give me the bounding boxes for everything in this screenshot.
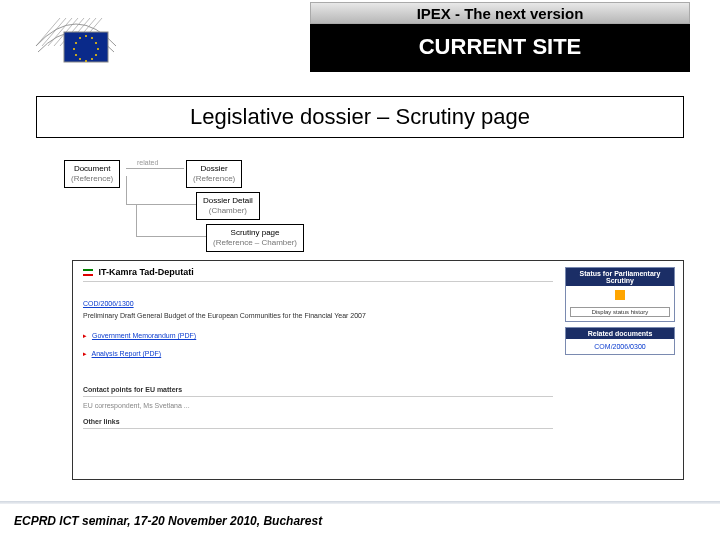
- connector: [126, 168, 184, 169]
- status-icon: [615, 290, 625, 300]
- crumb-dossier-detail: Dossier Detail (Chamber): [196, 192, 260, 220]
- crumb-sub: (Reference – Chamber): [213, 238, 297, 248]
- footer-divider: [0, 501, 720, 504]
- svg-point-2: [91, 37, 93, 39]
- chamber-name: IT-Kamra Tad-Deputati: [99, 267, 194, 277]
- svg-point-9: [75, 54, 77, 56]
- reference-description: Preliminary Draft General Budget of the …: [83, 311, 366, 320]
- svg-point-5: [95, 54, 97, 56]
- svg-point-3: [95, 42, 97, 44]
- divider: [83, 396, 553, 397]
- crumb-scrutiny-page: Scrutiny page (Reference – Chamber): [206, 224, 304, 252]
- pdf-link[interactable]: Analysis Report (PDF): [92, 350, 162, 357]
- svg-point-8: [79, 58, 81, 60]
- related-doc-link[interactable]: COM/2006/0300: [566, 339, 674, 354]
- crumb-dossier: Dossier (Reference): [186, 160, 242, 188]
- crumb-sub: (Chamber): [203, 206, 253, 216]
- crumb-label: Scrutiny page: [213, 228, 297, 238]
- svg-point-7: [85, 60, 87, 62]
- crumb-label: Dossier: [193, 164, 235, 174]
- ep-logo: [26, 8, 126, 70]
- pdf-icon: ▸: [83, 332, 87, 339]
- svg-point-12: [79, 37, 81, 39]
- pdf-icon: ▸: [83, 350, 87, 357]
- connector: [136, 236, 206, 237]
- footer-text: ECPRD ICT seminar, 17-20 November 2010, …: [14, 514, 322, 528]
- slide-footer: ECPRD ICT seminar, 17-20 November 2010, …: [0, 498, 720, 540]
- contacts-heading: Contact points for EU matters: [83, 385, 182, 394]
- reference-link[interactable]: COD/2006/1300: [83, 300, 134, 307]
- connector: [126, 176, 127, 204]
- connector: [136, 204, 137, 236]
- status-history-button[interactable]: Display status history: [570, 307, 670, 317]
- svg-point-4: [97, 48, 99, 50]
- slide-header: IPEX - The next version CURRENT SITE: [0, 0, 720, 78]
- doc-title: IT-Kamra Tad-Deputati: [83, 267, 194, 277]
- crumb-label: Dossier Detail: [203, 196, 253, 206]
- header-gray-banner: IPEX - The next version: [310, 2, 690, 24]
- flag-icon: [83, 269, 93, 276]
- svg-point-6: [91, 58, 93, 60]
- related-panel: Related documents COM/2006/0300: [565, 327, 675, 355]
- crumb-sub: (Reference): [193, 174, 235, 184]
- svg-point-11: [75, 42, 77, 44]
- status-panel-heading: Status for Parliamentary Scrutiny: [566, 268, 674, 286]
- svg-point-10: [73, 48, 75, 50]
- header-black-banner: CURRENT SITE: [310, 24, 690, 72]
- pdf-link[interactable]: Government Memorandum (PDF): [92, 332, 196, 339]
- divider: [83, 281, 553, 282]
- crumb-label: Document: [71, 164, 113, 174]
- related-panel-heading: Related documents: [566, 328, 674, 339]
- other-links-heading: Other links: [83, 417, 120, 426]
- divider: [83, 428, 553, 429]
- contacts-value: EU correspondent, Ms Svetlana ...: [83, 401, 190, 410]
- crumb-document: Document (Reference): [64, 160, 120, 188]
- svg-point-1: [85, 35, 87, 37]
- page-title: Legislative dossier – Scrutiny page: [36, 96, 684, 138]
- status-panel: Status for Parliamentary Scrutiny Displa…: [565, 267, 675, 322]
- embedded-screenshot: IT-Kamra Tad-Deputati COD/2006/1300 Prel…: [72, 260, 684, 480]
- crumb-sub: (Reference): [71, 174, 113, 184]
